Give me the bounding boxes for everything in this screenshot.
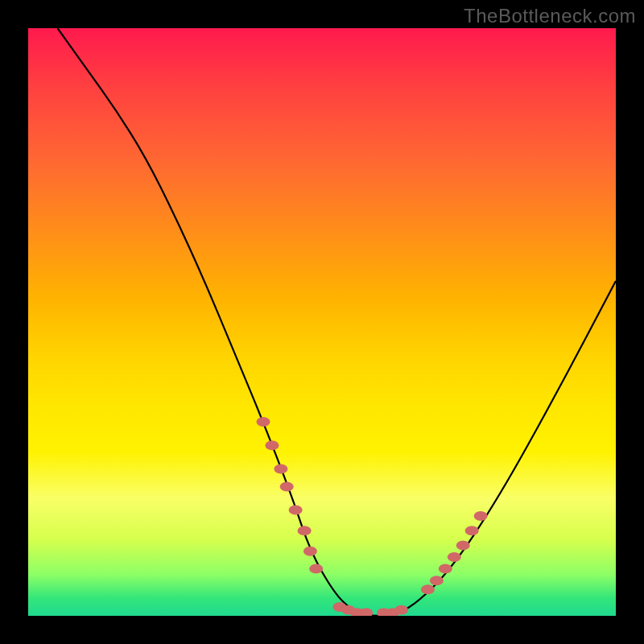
marker-dot	[298, 526, 312, 535]
marker-dot	[439, 564, 452, 574]
marker-dot	[274, 464, 287, 474]
marker-dot	[430, 576, 444, 585]
marker-dot	[456, 540, 470, 550]
chart-container: TheBottleneck.com	[0, 0, 644, 644]
dots-left-cluster	[257, 417, 324, 574]
watermark-text: TheBottleneck.com	[464, 5, 636, 27]
dots-bottom-cluster	[332, 602, 408, 616]
marker-dot	[465, 526, 479, 535]
marker-dot	[265, 440, 279, 450]
marker-dot	[421, 584, 435, 594]
marker-dot	[448, 552, 461, 562]
marker-dot	[309, 564, 323, 574]
marker-dot	[289, 506, 303, 515]
marker-dot	[257, 417, 270, 427]
marker-dot	[394, 605, 408, 615]
marker-dot	[280, 481, 294, 491]
curve-path	[58, 28, 617, 616]
marker-dot	[303, 547, 317, 556]
plot-area	[28, 28, 616, 616]
dots-right-cluster	[421, 511, 488, 594]
bottleneck-curve	[28, 28, 616, 616]
marker-dot	[474, 511, 488, 521]
